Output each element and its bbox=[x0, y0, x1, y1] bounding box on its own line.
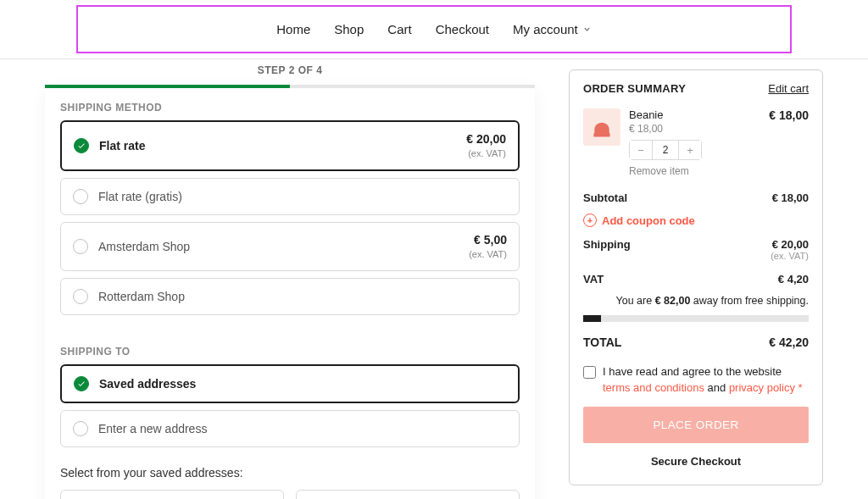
ex-vat-note: (ex. VAT) bbox=[469, 249, 507, 259]
shipping-label: Shipping bbox=[583, 238, 631, 261]
shipping-exvat: (ex. VAT) bbox=[771, 251, 809, 261]
terms-row[interactable]: I have read and agree to the website ter… bbox=[583, 359, 809, 407]
saved-addresses-prompt: Select from your saved addresses: bbox=[60, 466, 520, 480]
shipping-option-label: Amsterdam Shop bbox=[98, 240, 469, 253]
nav-my-account-label: My account bbox=[513, 22, 578, 36]
shipping-option-price: € 5,00 bbox=[474, 233, 507, 247]
subtotal-value: € 18,00 bbox=[772, 191, 809, 204]
shipping-option-label: Flat rate (gratis) bbox=[98, 190, 507, 203]
free-shipping-progress bbox=[583, 315, 809, 322]
edit-cart-link[interactable]: Edit cart bbox=[768, 82, 809, 95]
shipping-to-title: SHIPPING TO bbox=[60, 322, 520, 364]
step-label: STEP 2 OF 4 bbox=[258, 64, 323, 76]
address-card-test-company[interactable]: Test Company Label Somewhere Tallinn, CA… bbox=[296, 490, 520, 499]
item-line-price: € 18,00 bbox=[769, 108, 809, 177]
radio-unchecked-icon bbox=[73, 189, 88, 204]
nav-my-account[interactable]: My account bbox=[513, 22, 592, 36]
quantity-stepper[interactable]: − 2 + bbox=[629, 140, 702, 160]
beanie-icon bbox=[590, 115, 614, 139]
qty-increment-button[interactable]: + bbox=[679, 141, 701, 159]
vat-label: VAT bbox=[583, 273, 604, 286]
plus-circle-icon: + bbox=[583, 213, 597, 227]
address-card-diego[interactable]: Diego (fake) 4811 Blackwell Street Ottaw… bbox=[60, 490, 284, 499]
shipping-option-flat-rate-gratis[interactable]: Flat rate (gratis) bbox=[60, 178, 520, 215]
terms-link[interactable]: terms and conditions bbox=[603, 381, 704, 394]
nav-checkout[interactable]: Checkout bbox=[436, 22, 489, 36]
shipto-option-label: Saved addresses bbox=[99, 377, 506, 391]
shipping-option-label: Rotterdam Shop bbox=[98, 290, 507, 303]
step-progress: STEP 2 OF 4 bbox=[45, 68, 535, 88]
shipping-option-price: € 20,00 bbox=[466, 132, 506, 146]
cart-item: Beanie € 18,00 − 2 + Remove item € 18,00 bbox=[583, 103, 809, 186]
radio-unchecked-icon bbox=[73, 239, 88, 254]
radio-checked-icon bbox=[74, 138, 89, 153]
item-unit-price: € 18,00 bbox=[629, 123, 760, 135]
shipping-option-flat-rate[interactable]: Flat rate € 20,00(ex. VAT) bbox=[60, 120, 520, 171]
privacy-link[interactable]: privacy policy bbox=[729, 381, 795, 394]
nav-cart[interactable]: Cart bbox=[387, 22, 411, 36]
shipto-enter-new[interactable]: Enter a new address bbox=[60, 410, 520, 447]
shipping-option-amsterdam[interactable]: Amsterdam Shop € 5,00(ex. VAT) bbox=[60, 222, 520, 271]
shipping-value: € 20,00 bbox=[772, 238, 809, 251]
add-coupon-link[interactable]: + Add coupon code bbox=[583, 210, 809, 232]
shipping-option-rotterdam[interactable]: Rotterdam Shop bbox=[60, 278, 520, 315]
remove-item-link[interactable]: Remove item bbox=[629, 165, 760, 177]
chevron-down-icon bbox=[582, 25, 592, 34]
terms-checkbox[interactable] bbox=[583, 366, 596, 379]
svg-rect-0 bbox=[593, 133, 609, 136]
nav-home[interactable]: Home bbox=[276, 22, 310, 36]
product-thumbnail bbox=[583, 108, 620, 146]
order-summary: ORDER SUMMARY Edit cart Beanie € 18,00 −… bbox=[569, 69, 823, 485]
place-order-button[interactable]: PLACE ORDER bbox=[583, 407, 809, 443]
shipping-option-label: Flat rate bbox=[99, 139, 466, 152]
shipto-saved-addresses[interactable]: Saved addresses bbox=[60, 364, 520, 403]
shipping-method-title: SHIPPING METHOD bbox=[60, 88, 520, 120]
ex-vat-note: (ex. VAT) bbox=[468, 148, 506, 158]
radio-checked-icon bbox=[74, 376, 89, 391]
radio-unchecked-icon bbox=[73, 421, 88, 436]
secure-checkout-label: Secure Checkout bbox=[583, 443, 809, 469]
total-label: TOTAL bbox=[583, 335, 621, 349]
radio-unchecked-icon bbox=[73, 289, 88, 304]
subtotal-label: Subtotal bbox=[583, 191, 627, 204]
shipto-option-label: Enter a new address bbox=[98, 422, 507, 435]
vat-value: € 4,20 bbox=[778, 273, 809, 286]
item-name: Beanie bbox=[629, 108, 760, 121]
nav-shop[interactable]: Shop bbox=[334, 22, 364, 36]
top-nav: Home Shop Cart Checkout My account bbox=[76, 5, 792, 53]
order-summary-title: ORDER SUMMARY bbox=[583, 82, 686, 95]
qty-value: 2 bbox=[652, 141, 679, 159]
total-value: € 42,20 bbox=[769, 335, 809, 349]
free-shipping-notice: You are € 82,00 away from free shipping. bbox=[583, 291, 809, 313]
qty-decrement-button[interactable]: − bbox=[630, 141, 652, 159]
add-coupon-label: Add coupon code bbox=[602, 214, 695, 227]
terms-text: I have read and agree to the website ter… bbox=[603, 364, 809, 396]
